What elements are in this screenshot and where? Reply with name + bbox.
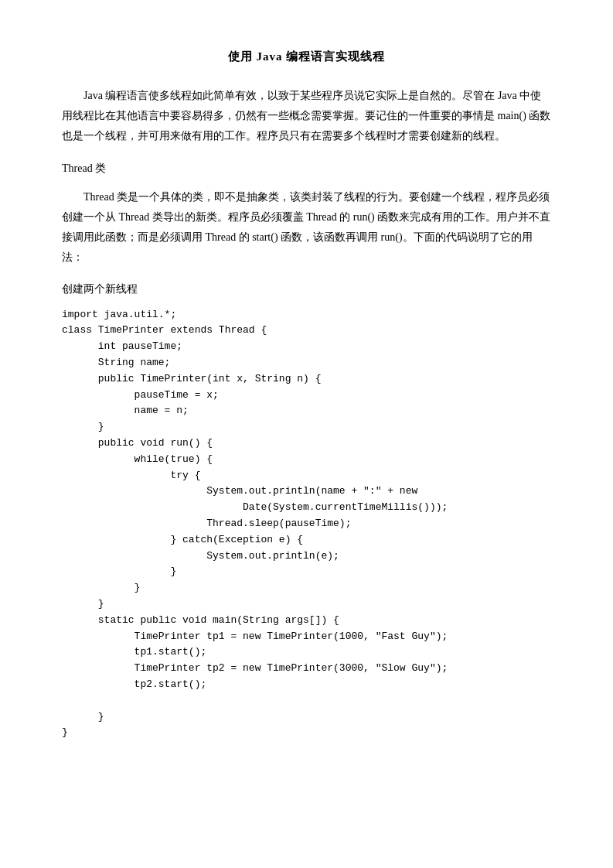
thread-class-paragraph: Thread 类是一个具体的类，即不是抽象类，该类封装了线程的行为。要创建一个线…	[62, 187, 551, 268]
intro-paragraph: Java 编程语言使多线程如此简单有效，以致于某些程序员说它实际上是自然的。尽管…	[62, 86, 551, 146]
thread-class-heading: Thread 类	[62, 159, 551, 178]
code-block: import java.util.*; class TimePrinter ex…	[62, 307, 551, 742]
page-title: 使用 Java 编程语言实现线程	[62, 46, 551, 67]
create-threads-heading: 创建两个新线程	[62, 279, 551, 299]
